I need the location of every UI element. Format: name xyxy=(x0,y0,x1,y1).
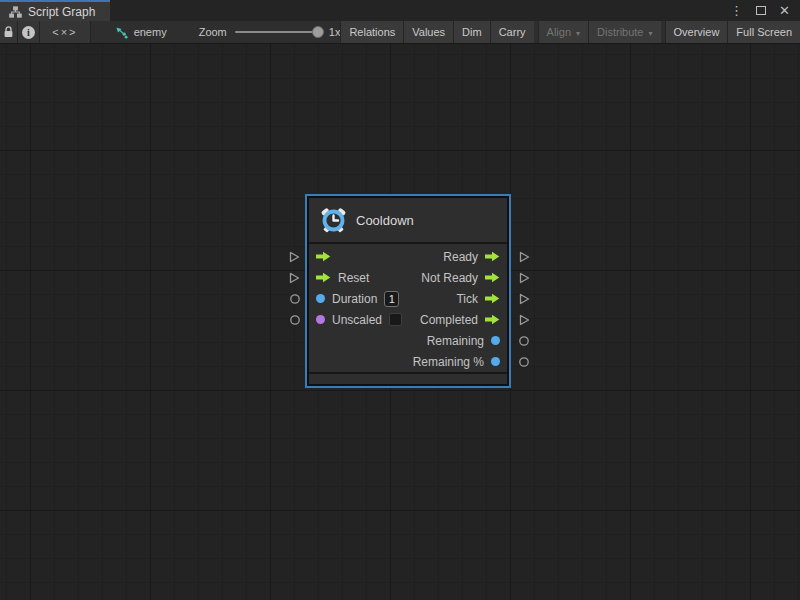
node-body: Ready Reset xyxy=(309,244,507,372)
external-flow-output-port[interactable] xyxy=(519,293,530,305)
lock-icon xyxy=(3,26,14,38)
flow-output-icon[interactable] xyxy=(485,251,500,262)
dim-button[interactable]: Dim xyxy=(453,21,490,43)
flow-output-icon[interactable] xyxy=(485,272,500,283)
values-button[interactable]: Values xyxy=(403,21,453,43)
flow-input-icon[interactable] xyxy=(316,272,331,283)
port-label: Unscaled xyxy=(332,313,382,327)
dropdown-arrow-icon: ▾ xyxy=(576,29,580,38)
port-row: Unscaled Completed xyxy=(309,309,507,330)
external-flow-output-port[interactable] xyxy=(519,314,530,326)
external-value-output-port[interactable] xyxy=(518,356,530,368)
lock-button[interactable] xyxy=(0,21,18,43)
port-row: Ready xyxy=(309,246,507,267)
graph-breadcrumb-icon xyxy=(115,26,128,39)
breadcrumb-label: enemy xyxy=(134,26,167,38)
distribute-button[interactable]: Distribute ▾ xyxy=(588,21,660,43)
graph-icon xyxy=(9,6,22,18)
port-label: Tick xyxy=(456,292,478,306)
code-preview-button[interactable]: <×> xyxy=(40,21,91,43)
external-flow-input-port[interactable] xyxy=(289,272,300,284)
graph-toolbar: i <×> enemy Zoom 1x Relations Values Dim… xyxy=(0,21,800,44)
align-button[interactable]: Align ▾ xyxy=(538,21,588,43)
number-output-icon[interactable] xyxy=(491,336,500,345)
toolbar-buttons: Relations Values Dim Carry Align ▾ Distr… xyxy=(340,21,800,43)
full-screen-button[interactable]: Full Screen xyxy=(727,21,800,43)
external-value-input-port[interactable] xyxy=(289,293,301,305)
window-titlebar: Script Graph ⋮ ✕ xyxy=(0,0,800,21)
external-value-input-port[interactable] xyxy=(289,314,301,326)
port-label: Not Ready xyxy=(421,271,478,285)
duration-value-field[interactable]: 1 xyxy=(384,291,399,307)
port-row: Remaining % xyxy=(309,351,507,372)
node-header[interactable]: Cooldown xyxy=(309,198,507,244)
boolean-input-icon[interactable] xyxy=(316,315,325,324)
tab-script-graph[interactable]: Script Graph xyxy=(0,0,110,21)
dropdown-arrow-icon: ▾ xyxy=(649,29,653,38)
code-icon: <×> xyxy=(52,26,77,38)
window-controls: ⋮ ✕ xyxy=(730,0,800,21)
external-value-output-port[interactable] xyxy=(518,335,530,347)
zoom-slider-handle[interactable] xyxy=(312,26,324,38)
unscaled-checkbox[interactable] xyxy=(389,313,402,326)
flow-output-icon[interactable] xyxy=(485,314,500,325)
carry-button[interactable]: Carry xyxy=(490,21,534,43)
cooldown-node[interactable]: Cooldown Ready xyxy=(307,196,509,386)
node-footer xyxy=(309,372,507,384)
zoom-slider[interactable] xyxy=(235,31,321,33)
window-menu-icon[interactable]: ⋮ xyxy=(730,4,743,17)
port-label: Duration xyxy=(332,292,377,306)
port-label: Remaining % xyxy=(413,355,484,369)
port-row: Reset Not Ready xyxy=(309,267,507,288)
zoom-value: 1x xyxy=(329,26,341,38)
port-label: Remaining xyxy=(427,334,484,348)
zoom-label: Zoom xyxy=(199,26,227,38)
info-icon: i xyxy=(22,26,35,39)
number-output-icon[interactable] xyxy=(491,357,500,366)
alarm-clock-icon xyxy=(320,207,347,234)
port-label: Reset xyxy=(338,271,369,285)
number-input-icon[interactable] xyxy=(316,294,325,303)
node-title: Cooldown xyxy=(356,213,414,228)
port-label: Ready xyxy=(443,250,478,264)
port-label: Completed xyxy=(420,313,478,327)
info-button[interactable]: i xyxy=(18,21,40,43)
flow-output-icon[interactable] xyxy=(485,293,500,304)
zoom-control: Zoom 1x xyxy=(199,21,341,43)
port-row: Remaining xyxy=(309,330,507,351)
breadcrumb[interactable]: enemy xyxy=(115,21,167,43)
external-flow-input-port[interactable] xyxy=(289,251,300,263)
close-icon[interactable]: ✕ xyxy=(779,4,790,17)
overview-button[interactable]: Overview xyxy=(665,21,728,43)
external-flow-output-port[interactable] xyxy=(519,272,530,284)
external-flow-output-port[interactable] xyxy=(519,251,530,263)
flow-input-icon[interactable] xyxy=(316,251,331,262)
relations-button[interactable]: Relations xyxy=(340,21,403,43)
graph-canvas[interactable]: Cooldown Ready xyxy=(0,44,800,600)
tab-title: Script Graph xyxy=(28,5,95,19)
port-row: Duration 1 Tick xyxy=(309,288,507,309)
maximize-icon[interactable] xyxy=(756,6,766,15)
